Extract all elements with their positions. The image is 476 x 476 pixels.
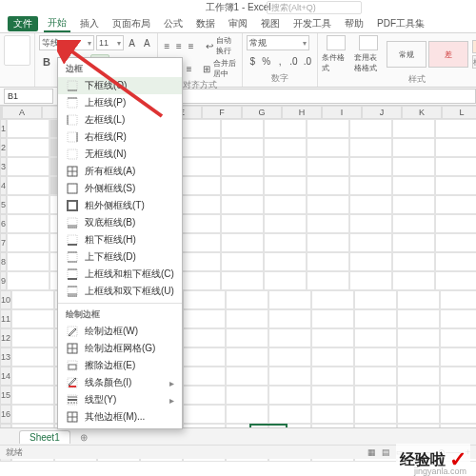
cell[interactable] [440,309,476,328]
cell[interactable] [349,195,392,214]
cell[interactable] [264,119,307,138]
cell[interactable] [183,347,226,367]
wrap-text-button[interactable]: ↩ [204,39,214,52]
tab-data[interactable]: 数据 [192,16,219,31]
cell[interactable] [349,119,392,138]
cell[interactable] [268,290,311,309]
cell[interactable] [221,214,264,233]
cell[interactable] [349,271,392,290]
cell[interactable] [264,233,307,252]
style-normal[interactable]: 常规 [387,41,426,68]
cell[interactable] [307,119,349,138]
col-L[interactable]: L [442,106,476,119]
cell[interactable] [349,252,392,271]
tab-pdf[interactable]: PDF工具集 [373,16,428,31]
cell[interactable] [392,233,435,252]
cell[interactable] [178,233,221,252]
percent-icon[interactable]: % [260,54,271,68]
cell[interactable] [435,176,476,195]
cell[interactable] [354,367,397,386]
border-menu-item[interactable]: 绘制边框(W) [58,323,182,340]
cell[interactable] [392,271,435,290]
paste-button[interactable] [4,35,30,66]
cell[interactable] [264,176,307,195]
cell[interactable] [440,367,476,386]
border-menu-item[interactable]: 上框线和粗下框线(C) [58,266,182,283]
row-header[interactable]: 11 [0,309,11,328]
border-menu-item[interactable]: 双底框线(B) [58,214,182,231]
cell[interactable] [11,367,54,386]
cell[interactable] [311,309,354,328]
number-format[interactable]: 常规▾ [247,35,309,50]
cell[interactable] [392,176,435,195]
cell[interactable] [307,138,349,157]
cell[interactable] [221,138,264,157]
sheet-tab[interactable]: Sheet1 [19,430,70,444]
style-check[interactable]: 检查单元格 [472,55,476,69]
cell[interactable] [311,347,354,367]
cell[interactable] [349,138,392,157]
cell[interactable] [268,367,311,386]
align-top-icon[interactable]: ≡ [162,39,172,52]
col-A[interactable]: A [2,106,42,119]
currency-icon[interactable]: $ [247,54,258,68]
cell[interactable] [221,233,264,252]
tab-home[interactable]: 开始 [44,15,70,32]
cell[interactable] [183,309,226,328]
cell[interactable] [392,138,435,157]
cell[interactable] [307,157,349,176]
conditional-format-button[interactable]: 条件格式 [322,35,350,73]
cell[interactable] [392,252,435,271]
cell[interactable] [221,271,264,290]
cell[interactable] [178,252,221,271]
cell[interactable] [435,195,476,214]
style-bad[interactable]: 差 [428,41,468,68]
cell[interactable] [397,386,440,405]
cell[interactable] [435,233,476,252]
cell[interactable] [178,138,221,157]
tab-help[interactable]: 帮助 [341,16,367,31]
cell[interactable] [7,119,50,138]
col-I[interactable]: I [322,106,362,119]
cell[interactable] [268,386,311,405]
cell[interactable] [435,138,476,157]
tab-insert[interactable]: 插入 [76,16,103,31]
border-menu-item[interactable]: 上下框线(D) [58,248,182,266]
cell[interactable] [226,386,268,405]
merge-button[interactable]: ⊞ [202,62,211,75]
row-header[interactable]: 16 [0,405,11,424]
cell[interactable] [11,290,54,309]
cell[interactable] [397,405,440,424]
cell[interactable] [307,214,349,233]
row-header[interactable]: 12 [0,328,11,347]
col-K[interactable]: K [402,106,442,119]
view-normal-icon[interactable]: ▦ [367,447,376,457]
cell[interactable] [435,271,476,290]
inc-decimal-icon[interactable]: .0 [288,54,299,68]
cell[interactable] [183,367,226,386]
col-J[interactable]: J [362,106,402,119]
cell[interactable] [11,328,54,347]
bold-button[interactable]: B [39,54,54,69]
border-menu-item[interactable]: 外侧框线(S) [58,180,182,197]
cell[interactable] [264,195,307,214]
dec-decimal-icon[interactable]: .0 [302,54,313,68]
cell[interactable] [397,347,440,367]
align-right-icon[interactable]: ≡ [185,62,194,75]
cell[interactable] [183,290,226,309]
cell[interactable] [183,405,226,424]
cell[interactable] [226,290,268,309]
row-header[interactable]: 2 [0,138,7,157]
decrease-font-icon[interactable]: A [140,36,153,50]
cell[interactable] [311,405,354,424]
font-name[interactable]: 等线▾ [39,35,94,50]
cell[interactable] [392,119,435,138]
cell[interactable] [11,347,54,367]
cell[interactable] [307,271,349,290]
cell[interactable] [178,195,221,214]
cell[interactable] [221,157,264,176]
tab-developer[interactable]: 开发工具 [289,16,335,31]
cell[interactable] [354,405,397,424]
cell[interactable] [349,214,392,233]
cell[interactable] [264,252,307,271]
